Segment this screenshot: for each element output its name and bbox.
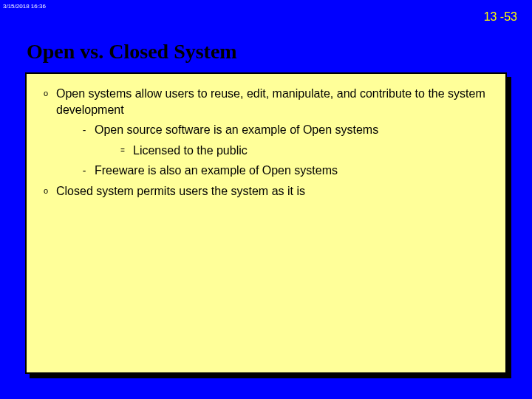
bullet-o-icon: o [35, 89, 56, 100]
bullet-text: Open source software is an example of Op… [95, 122, 491, 138]
bullet-item: o Closed system permits users the system… [35, 183, 491, 200]
page-number: 13 -53 [484, 10, 517, 24]
bullet-item: o Open systems allow users to reuse, edi… [35, 86, 491, 117]
bullet-text: Freeware is also an example of Open syst… [95, 163, 491, 179]
bullet-text: Closed system permits users the system a… [56, 183, 491, 200]
bullet-dash-icon: - [74, 123, 95, 137]
slide-title: Open vs. Closed System [27, 40, 237, 64]
bullet-text: Open systems allow users to reuse, edit,… [56, 86, 491, 117]
bullet-sub-item: - Freeware is also an example of Open sy… [35, 163, 491, 179]
content-box: o Open systems allow users to reuse, edi… [25, 72, 507, 374]
bullet-text: Licensed to the public [133, 143, 491, 159]
bullet-dash-icon: - [74, 164, 95, 178]
bullet-o-icon: o [35, 186, 56, 197]
bullet-eq-icon: = [112, 146, 133, 157]
bullet-sub-item: - Open source software is an example of … [35, 122, 491, 138]
timestamp-label: 3/15/2018 16:36 [3, 3, 46, 10]
bullet-subsub-item: = Licensed to the public [35, 143, 491, 159]
